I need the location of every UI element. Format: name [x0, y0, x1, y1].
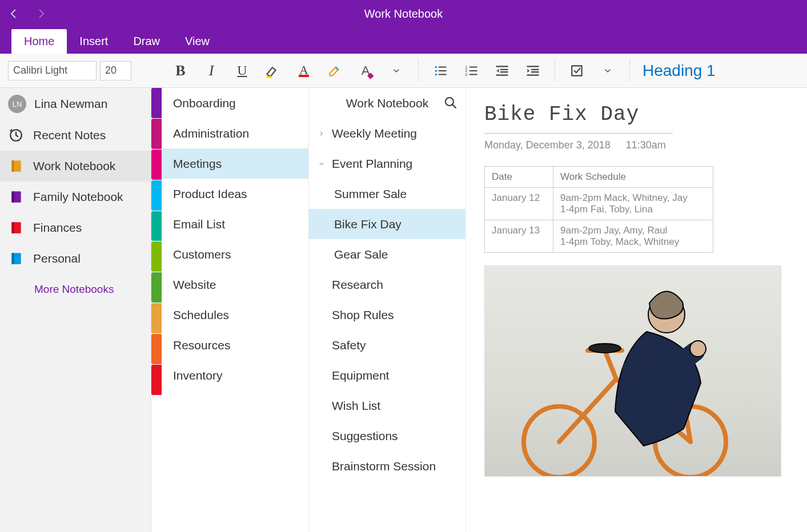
page-item[interactable]: Shop Rules: [309, 300, 465, 330]
increase-indent-button[interactable]: [519, 58, 547, 83]
section-item[interactable]: Email List: [162, 209, 308, 239]
page-time: 11:30am: [626, 139, 666, 151]
sidebar-item-finances[interactable]: Finances: [0, 212, 151, 243]
underline-button[interactable]: U: [228, 58, 256, 83]
section-item[interactable]: Customers: [162, 239, 308, 269]
embedded-image[interactable]: [484, 265, 781, 477]
page-title[interactable]: Bike Fix Day: [484, 103, 789, 126]
section-color-tab[interactable]: [151, 150, 162, 180]
page-item-label: Equipment: [332, 369, 389, 382]
italic-button[interactable]: I: [198, 58, 225, 83]
clock-icon: [8, 127, 24, 143]
ink-button[interactable]: [321, 58, 348, 83]
sections-list: OnboardingAdministrationMeetingsProduct …: [162, 88, 309, 532]
highlight-button[interactable]: [259, 58, 287, 83]
page-item[interactable]: Equipment: [309, 360, 465, 390]
tab-insert[interactable]: Insert: [67, 29, 121, 54]
page-item[interactable]: Weekly Meeting: [309, 118, 465, 148]
page-item[interactable]: Suggestions: [309, 421, 465, 451]
svg-point-37: [690, 341, 706, 357]
clear-formatting-button[interactable]: A◆: [352, 58, 379, 83]
svg-rect-30: [11, 253, 14, 264]
section-color-tab[interactable]: [151, 303, 162, 333]
font-size-input[interactable]: [100, 61, 131, 80]
title-bar: Work Notebook: [0, 0, 807, 27]
section-item[interactable]: Resources: [162, 330, 308, 360]
notebook-icon: [8, 189, 24, 205]
page-item-label: Shop Rules: [332, 308, 394, 322]
section-color-tabs: [151, 88, 162, 532]
table-cell: January 13: [485, 220, 553, 253]
numbered-list-button[interactable]: 123: [457, 58, 485, 83]
sidebar-item-work-notebook[interactable]: Work Notebook: [0, 151, 151, 182]
section-color-tab[interactable]: [151, 88, 162, 118]
page-item-label: Brainstorm Session: [332, 460, 436, 473]
separator: [629, 59, 630, 82]
sidebar-item-recent[interactable]: Recent Notes: [0, 120, 151, 151]
section-item[interactable]: Inventory: [162, 360, 308, 390]
svg-text:3: 3: [465, 71, 467, 76]
page-item[interactable]: Research: [309, 269, 465, 300]
section-color-tab[interactable]: [151, 334, 162, 364]
styles-dropdown[interactable]: Heading 1: [643, 62, 716, 80]
sidebar-item-family-notebook[interactable]: Family Notebook: [0, 182, 151, 212]
tab-view[interactable]: View: [172, 29, 222, 54]
tab-home[interactable]: Home: [11, 29, 67, 54]
page-item-label: Wish List: [332, 399, 380, 413]
section-color-tab[interactable]: [151, 241, 162, 272]
search-button[interactable]: [444, 96, 457, 112]
tags-dropdown[interactable]: [594, 58, 621, 83]
page-body[interactable]: Bike Fix Day Monday, December 3, 2018 11…: [466, 88, 807, 532]
page-item-label: Research: [332, 278, 383, 292]
page-item-label: Summer Sale: [334, 187, 407, 201]
page-item[interactable]: Brainstorm Session: [309, 451, 465, 481]
page-date: Monday, December 3, 2018: [484, 139, 611, 151]
section-item[interactable]: Administration: [162, 118, 308, 148]
schedule-table[interactable]: Date Work Schedule January 129am-2pm Mac…: [484, 166, 713, 253]
section-color-tab[interactable]: [151, 119, 162, 149]
table-cell: January 12: [485, 188, 553, 220]
bold-button[interactable]: B: [167, 58, 194, 83]
section-item[interactable]: Product Ideas: [162, 179, 308, 209]
section-item[interactable]: Onboarding: [162, 88, 308, 118]
section-item[interactable]: Meetings: [162, 148, 308, 179]
font-name-input[interactable]: [8, 61, 97, 80]
more-font-dropdown[interactable]: [383, 58, 410, 83]
page-item[interactable]: Safety: [309, 330, 465, 360]
section-color-tab[interactable]: [151, 180, 162, 211]
sidebar-item-personal[interactable]: Personal: [0, 243, 151, 274]
svg-point-3: [435, 70, 437, 71]
page-item-label: Suggestions: [332, 429, 398, 443]
account-button[interactable]: LN Lina Newman: [0, 88, 151, 120]
more-notebooks-link[interactable]: More Notebooks: [0, 274, 151, 305]
sidebar-item-label: Recent Notes: [33, 128, 106, 142]
forward-button[interactable]: [27, 0, 55, 27]
table-row[interactable]: January 129am-2pm Mack, Whitney, Jay1-4p…: [485, 188, 713, 220]
back-button[interactable]: [0, 0, 27, 27]
notebook-title[interactable]: Work Notebook: [364, 7, 443, 20]
section-color-tab[interactable]: [151, 272, 162, 303]
sidebar-item-label: Family Notebook: [33, 190, 123, 204]
svg-rect-26: [11, 191, 14, 203]
page-item[interactable]: Gear Sale: [309, 239, 465, 269]
bulleted-list-button[interactable]: [427, 58, 454, 83]
notebook-icon: [8, 251, 24, 267]
notebook-icon: [8, 158, 24, 174]
svg-point-5: [435, 73, 437, 75]
todo-tag-button[interactable]: [563, 58, 591, 83]
tab-draw[interactable]: Draw: [121, 29, 172, 54]
font-color-button[interactable]: A: [290, 58, 318, 83]
decrease-indent-button[interactable]: [488, 58, 516, 83]
page-item[interactable]: Wish List: [309, 390, 465, 421]
section-item[interactable]: Schedules: [162, 300, 308, 330]
user-name: Lina Newman: [34, 97, 107, 111]
section-color-tab[interactable]: [151, 365, 162, 395]
section-item[interactable]: Website: [162, 269, 308, 300]
table-row[interactable]: January 139am-2pm Jay, Amy, Raul1-4pm To…: [485, 220, 713, 253]
section-color-tab[interactable]: [151, 211, 162, 241]
page-item[interactable]: Summer Sale: [309, 179, 465, 209]
svg-line-32: [452, 104, 456, 108]
page-item[interactable]: Bike Fix Day: [309, 209, 465, 239]
page-item[interactable]: Event Planning: [309, 148, 465, 179]
svg-rect-0: [266, 76, 272, 78]
